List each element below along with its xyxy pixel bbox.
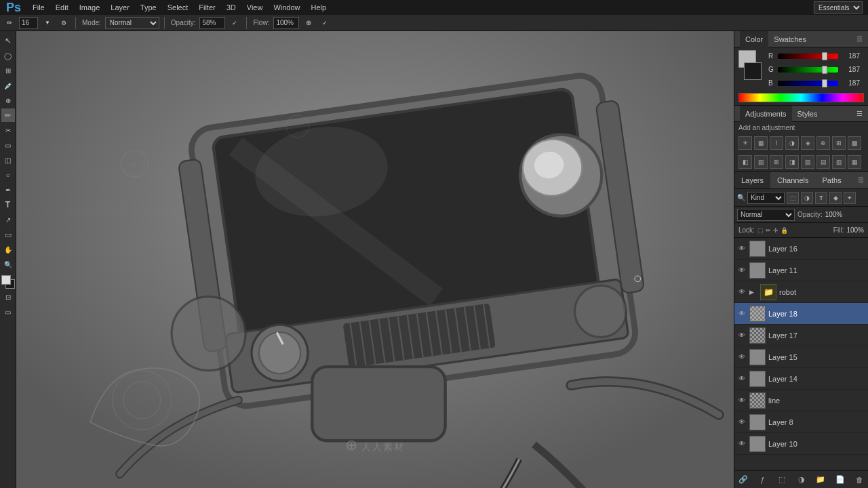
flow-input[interactable] (273, 17, 299, 29)
eyedropper-tool[interactable]: 💉 (1, 79, 15, 92)
opacity-input[interactable] (199, 17, 225, 29)
menu-view[interactable]: View (241, 0, 269, 15)
lasso-tool[interactable]: ◯ (1, 49, 15, 62)
new-layer-btn[interactable]: 📄 (834, 474, 846, 486)
blend-mode-select[interactable]: Normal (737, 209, 795, 221)
layer-visibility-toggle[interactable]: 👁 (737, 266, 747, 275)
layer-item[interactable]: 👁Layer 11 (734, 260, 868, 281)
menu-image[interactable]: Image (74, 0, 106, 15)
layer-item[interactable]: 👁Layer 16 (734, 238, 868, 260)
adj-levels[interactable]: ▦ (754, 136, 768, 150)
filter-pixel-btn[interactable]: ⬚ (787, 192, 799, 204)
r-slider[interactable] (778, 54, 838, 59)
path-select-tool[interactable]: ↗ (1, 213, 15, 226)
zoom-tool[interactable]: 🔍 (1, 258, 15, 271)
gradient-tool[interactable]: ◫ (1, 153, 15, 167)
move-tool[interactable]: ↖ (1, 34, 15, 47)
new-group-btn[interactable]: 📁 (814, 474, 827, 486)
group-expand-arrow[interactable]: ▶ (749, 289, 757, 296)
tab-styles[interactable]: Styles (792, 106, 823, 122)
delete-layer-btn[interactable]: 🗑 (853, 474, 865, 486)
adj-panel-menu[interactable]: ☰ (856, 110, 863, 117)
menu-layer[interactable]: Layer (105, 0, 135, 15)
brush-options-btn[interactable]: ⚙ (57, 16, 71, 30)
background-swatch[interactable] (744, 62, 762, 80)
tab-channels[interactable]: Channels (770, 172, 815, 188)
layer-mask-btn[interactable]: ⬚ (776, 474, 788, 486)
menu-3d[interactable]: 3D (221, 0, 241, 15)
layer-visibility-toggle[interactable]: 👁 (737, 374, 747, 384)
adj-vibrance[interactable]: ◈ (801, 136, 814, 150)
adj-curves[interactable]: ⌇ (770, 136, 783, 150)
tab-layers[interactable]: Layers (734, 172, 770, 188)
brush-size-input[interactable] (19, 17, 38, 29)
layer-item[interactable]: 👁Layer 8 (734, 411, 868, 433)
layer-visibility-toggle[interactable]: 👁 (737, 244, 747, 253)
layer-visibility-toggle[interactable]: 👁 (737, 439, 747, 449)
menu-filter[interactable]: Filter (193, 0, 220, 15)
adj-threshold[interactable]: ▤ (816, 155, 830, 169)
filter-type-btn[interactable]: T (815, 192, 827, 204)
adj-colorlookup[interactable]: ⊠ (770, 155, 783, 169)
filter-shape-btn[interactable]: ◆ (829, 192, 842, 204)
tab-adjustments[interactable]: Adjustments (740, 106, 792, 122)
menu-type[interactable]: Type (135, 0, 162, 15)
new-fill-layer-btn[interactable]: ◑ (795, 474, 808, 486)
menu-edit[interactable]: Edit (50, 0, 74, 15)
adj-brightness[interactable]: ☀ (738, 136, 752, 150)
workspace-dropdown[interactable]: Essentials (814, 1, 863, 14)
layer-item[interactable]: 👁line (734, 390, 868, 411)
eraser-tool[interactable]: ▭ (1, 138, 15, 152)
adj-channelmixer[interactable]: ▧ (754, 155, 768, 169)
adj-colorbalance[interactable]: ⊞ (832, 136, 846, 150)
filter-adj-btn[interactable]: ◑ (801, 192, 813, 204)
filter-smart-btn[interactable]: ✦ (844, 192, 856, 204)
airbrush-btn[interactable]: ⊕ (302, 16, 315, 30)
brush-picker-btn[interactable]: ▼ (41, 16, 54, 30)
screen-mode-btn[interactable]: ▭ (1, 305, 15, 319)
tab-swatches[interactable]: Swatches (768, 31, 812, 47)
fg-bg-colors[interactable] (1, 275, 15, 289)
color-panel-menu[interactable]: ☰ (856, 35, 863, 43)
layers-filter-select[interactable]: Kind (747, 192, 785, 204)
lock-all-btn[interactable]: 🔒 (781, 227, 788, 234)
layer-item[interactable]: 👁Layer 15 (734, 346, 868, 368)
brush-tool[interactable]: ✏ (1, 108, 15, 122)
adj-photofilter[interactable]: ◧ (738, 155, 752, 169)
rect-tool[interactable]: ▭ (1, 228, 15, 241)
layer-item[interactable]: 👁Layer 18 (734, 303, 868, 325)
layer-style-btn[interactable]: ƒ (757, 474, 769, 486)
brush-tool-icon[interactable]: ✏ (3, 16, 16, 30)
healing-tool[interactable]: ⊕ (1, 94, 15, 107)
dodge-tool[interactable]: ○ (1, 168, 15, 182)
adj-gradientmap[interactable]: ▥ (832, 155, 846, 169)
clone-tool[interactable]: ✂ (1, 123, 15, 137)
layer-visibility-toggle[interactable]: 👁 (737, 396, 747, 405)
menu-help[interactable]: Help (306, 0, 332, 15)
layer-item[interactable]: 👁▶📁robot (734, 281, 868, 303)
lock-transparency-btn[interactable]: ⬚ (757, 227, 764, 234)
link-layers-btn[interactable]: 🔗 (737, 474, 749, 486)
lock-paint-btn[interactable]: ✏ (766, 227, 771, 234)
lock-position-btn[interactable]: ✛ (773, 227, 778, 234)
layer-item[interactable]: 👁Layer 14 (734, 368, 868, 390)
pen-tool[interactable]: ✒ (1, 183, 15, 197)
tab-color[interactable]: Color (740, 31, 768, 47)
layer-item[interactable]: 👁Layer 10 (734, 433, 868, 455)
layer-visibility-toggle[interactable]: 👁 (737, 309, 747, 319)
adj-exposure[interactable]: ◑ (785, 136, 799, 150)
adj-posterize[interactable]: ▨ (801, 155, 814, 169)
hand-tool[interactable]: ✋ (1, 243, 15, 256)
menu-window[interactable]: Window (268, 0, 305, 15)
flow-toggle[interactable]: ✓ (318, 16, 332, 30)
layer-visibility-toggle[interactable]: 👁 (737, 418, 747, 427)
canvas-area[interactable]: M ⊕ 人人素材 (16, 31, 734, 488)
quick-mask-btn[interactable]: ⊡ (1, 290, 15, 304)
color-spectrum[interactable] (738, 93, 864, 102)
b-slider[interactable] (778, 81, 838, 86)
opacity-toggle[interactable]: ✓ (228, 16, 241, 30)
adj-invert[interactable]: ◨ (785, 155, 799, 169)
layer-visibility-toggle[interactable]: 👁 (737, 287, 747, 297)
adj-selective[interactable]: ▦ (848, 155, 861, 169)
type-tool[interactable]: T (1, 198, 15, 211)
